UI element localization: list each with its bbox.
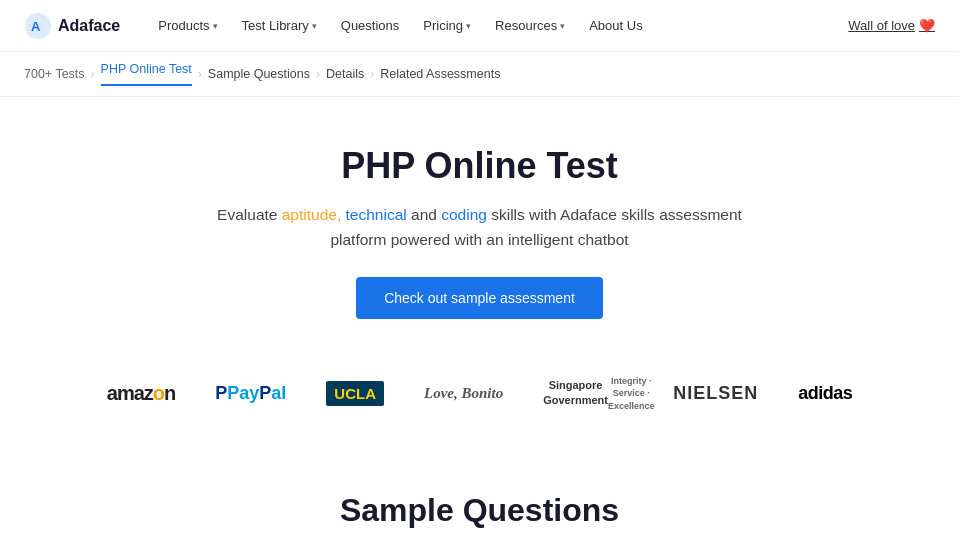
breadcrumb-sep-3: ›: [316, 67, 320, 81]
section-title: Sample Questions: [80, 492, 879, 529]
logo-link[interactable]: A Adaface: [24, 12, 120, 40]
chevron-down-icon: ▾: [466, 21, 471, 31]
breadcrumb-sep-1: ›: [91, 67, 95, 81]
nav-questions[interactable]: Questions: [331, 12, 410, 39]
breadcrumb-php[interactable]: PHP Online Test: [101, 62, 192, 86]
logo-love-bonito: Love, Bonito: [424, 385, 503, 402]
logo-ucla: UCLA: [326, 381, 384, 406]
wall-of-love-link[interactable]: Wall of love ❤️: [848, 18, 935, 33]
logo-amazon: amazon: [107, 382, 175, 405]
breadcrumb-related[interactable]: Related Assessments: [380, 67, 500, 81]
sample-questions-section: Sample Questions These are just a small …: [0, 452, 959, 539]
breadcrumb-details[interactable]: Details: [326, 67, 364, 81]
breadcrumb-sep-2: ›: [198, 67, 202, 81]
nav-pricing[interactable]: Pricing ▾: [413, 12, 481, 39]
nav-products[interactable]: Products ▾: [148, 12, 227, 39]
logo-nielsen: nielsen: [673, 383, 758, 404]
breadcrumb-sep-4: ›: [370, 67, 374, 81]
hero-section: PHP Online Test Evaluate aptitude, techn…: [0, 97, 959, 351]
svg-text:A: A: [31, 19, 41, 34]
main-nav: A Adaface Products ▾ Test Library ▾ Ques…: [0, 0, 959, 52]
logo-text: Adaface: [58, 17, 120, 35]
logo-icon: A: [24, 12, 52, 40]
breadcrumb-tests[interactable]: 700+ Tests: [24, 67, 85, 81]
nav-right: Wall of love ❤️: [848, 18, 935, 33]
logos-section: amazon PPayPal UCLA Love, Bonito Singapo…: [0, 351, 959, 453]
logo-paypal: PPayPal: [215, 383, 286, 404]
nav-test-library[interactable]: Test Library ▾: [232, 12, 327, 39]
hero-subtitle: Evaluate aptitude, technical and coding …: [20, 203, 939, 253]
chevron-down-icon: ▾: [213, 21, 218, 31]
nav-links: Products ▾ Test Library ▾ Questions Pric…: [148, 12, 848, 39]
nav-about[interactable]: About Us: [579, 12, 652, 39]
chevron-down-icon: ▾: [560, 21, 565, 31]
logo-singapore-gov: Singapore Government Integrity · Service…: [543, 375, 633, 413]
breadcrumb-sample[interactable]: Sample Questions: [208, 67, 310, 81]
hero-title: PHP Online Test: [20, 145, 939, 187]
chevron-down-icon: ▾: [312, 21, 317, 31]
nav-resources[interactable]: Resources ▾: [485, 12, 575, 39]
cta-button[interactable]: Check out sample assessment: [356, 277, 603, 319]
breadcrumb: 700+ Tests › PHP Online Test › Sample Qu…: [0, 52, 959, 97]
logo-adidas: adidas: [798, 383, 852, 404]
